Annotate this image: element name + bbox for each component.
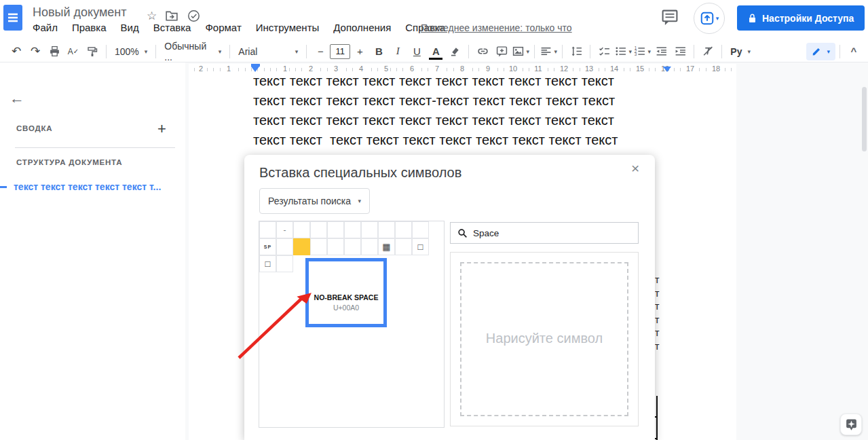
bulleted-list-icon (615, 45, 626, 57)
char-cell[interactable] (276, 255, 293, 272)
font-size-increase-button[interactable]: + (351, 43, 369, 60)
add-summary-button[interactable]: + (157, 120, 166, 138)
line-spacing-icon (571, 45, 582, 57)
redo-button[interactable]: ↷ (26, 43, 44, 60)
insert-image-button[interactable]: ▾ (512, 43, 529, 60)
menu-addons[interactable]: Дополнения (333, 22, 391, 33)
char-search-box[interactable] (450, 222, 639, 244)
menu-view[interactable]: Вид (121, 22, 139, 33)
chevron-down-icon: ▾ (295, 48, 299, 55)
spellcheck-button[interactable]: A✓ (64, 43, 82, 60)
char-cell-glyph[interactable]: □ (259, 255, 276, 272)
close-icon[interactable]: × (631, 160, 639, 177)
clear-formatting-icon (702, 45, 714, 57)
menu-edit[interactable]: Правка (72, 22, 107, 33)
char-cell[interactable] (327, 238, 344, 255)
highlighter-icon (450, 46, 460, 56)
outline-item[interactable]: текст текст текст текст текст т... (14, 181, 161, 192)
collapse-toolbar-button[interactable]: ^ (845, 43, 863, 60)
share-settings-button[interactable]: Настройки Доступа (737, 5, 865, 31)
char-cell[interactable] (361, 221, 378, 238)
char-cell[interactable] (395, 238, 412, 255)
star-icon[interactable]: ☆ (147, 9, 157, 23)
move-folder-icon[interactable] (166, 10, 178, 21)
italic-button[interactable]: I (389, 43, 407, 60)
char-cell[interactable] (310, 238, 327, 255)
char-cell[interactable] (293, 221, 310, 238)
char-cell-selected-nbsp[interactable] (293, 238, 310, 255)
docs-logo-icon[interactable] (3, 5, 22, 31)
print-button[interactable] (45, 43, 63, 60)
comments-icon[interactable] (661, 9, 679, 26)
draw-placeholder: Нарисуйте символ (451, 331, 638, 346)
save-status-cloud-icon[interactable] (187, 10, 200, 22)
char-cell[interactable] (395, 221, 412, 238)
input-tools-button[interactable]: Ру ▾ (726, 46, 755, 57)
char-cell[interactable] (378, 221, 395, 238)
paragraph-style-select[interactable]: Обычный ...▾ (160, 41, 225, 62)
paint-roller-icon (87, 46, 98, 57)
char-cell-space[interactable]: SP (259, 238, 276, 255)
char-cell[interactable] (344, 221, 361, 238)
font-select[interactable]: Arial▾ (234, 46, 302, 57)
search-input[interactable] (473, 228, 622, 238)
underline-button[interactable]: U (408, 43, 426, 60)
char-cell[interactable] (310, 221, 327, 238)
checklist-button[interactable] (595, 43, 613, 60)
chevron-down-icon: ▾ (747, 48, 751, 55)
editing-mode-button[interactable]: ▾ (806, 43, 835, 60)
char-cell[interactable] (412, 221, 429, 238)
close-outline-button[interactable]: ← (10, 90, 24, 107)
char-cell-glyph[interactable]: □ (412, 238, 429, 255)
upload-box-icon (700, 11, 715, 26)
menu-file[interactable]: Файл (33, 22, 58, 33)
draw-symbol-area[interactable]: Нарисуйте символ (450, 252, 639, 426)
document-text[interactable]: текст текст текст текст текст текст текс… (253, 71, 618, 150)
dialog-title: Вставка специальных символов (259, 165, 461, 181)
menu-tools[interactable]: Инструменты (256, 22, 320, 33)
highlight-color-button[interactable] (446, 43, 464, 60)
paint-format-button[interactable] (83, 43, 101, 60)
menu-format[interactable]: Формат (205, 22, 241, 33)
line-spacing-button[interactable] (567, 43, 585, 60)
share-settings-label: Настройки Доступа (762, 13, 854, 24)
char-cell[interactable] (344, 238, 361, 255)
right-indent-marker[interactable] (663, 67, 671, 72)
menu-bar: Файл Правка Вид Вставка Формат Инструмен… (33, 22, 445, 33)
font-size-decrease-button[interactable]: − (312, 43, 329, 60)
char-cell[interactable] (327, 221, 344, 238)
insert-link-button[interactable] (474, 43, 491, 60)
bold-button[interactable]: B (370, 43, 388, 60)
text-color-button[interactable]: A (427, 43, 445, 60)
document-title[interactable]: Новый документ (33, 5, 127, 20)
increase-indent-button[interactable] (671, 43, 689, 60)
menu-insert[interactable]: Вставка (153, 22, 191, 33)
category-select[interactable]: Результаты поиска ▾ (259, 188, 370, 214)
chevron-down-icon: ▾ (527, 48, 530, 55)
chevron-down-icon: ▾ (554, 48, 558, 55)
decrease-indent-button[interactable] (652, 43, 670, 60)
char-cell[interactable] (361, 238, 378, 255)
bulleted-list-button[interactable]: ▾ (614, 43, 632, 60)
align-button[interactable]: ▾ (540, 43, 557, 60)
doc-line: текст текст текст текст текст-текст текс… (253, 91, 618, 111)
last-edit-link[interactable]: Последнее изменение: только что (421, 22, 572, 33)
char-cell-hyphen[interactable]: ‐ (276, 221, 293, 238)
zoom-select[interactable]: 100%▾ (111, 46, 151, 57)
explore-button[interactable] (840, 414, 862, 435)
doc-line: текст текст текст текст текст текст текс… (253, 111, 618, 130)
share-shortcut-button[interactable]: ▾ (694, 3, 725, 34)
vertical-scrollbar[interactable] (862, 87, 867, 151)
clear-formatting-button[interactable] (699, 43, 717, 60)
font-size-input[interactable]: 11 (330, 44, 350, 59)
char-cell[interactable] (259, 221, 276, 238)
structure-label: СТРУКТУРА ДОКУМЕНТА (16, 158, 122, 166)
sidebar-divider (15, 147, 175, 148)
char-cell-glyph[interactable]: ▦ (378, 238, 395, 255)
numbered-list-button[interactable]: 1 2 3 ▾ (633, 43, 651, 60)
chevron-down-icon: ▾ (358, 198, 361, 204)
chevron-down-icon: ▾ (827, 48, 830, 55)
undo-button[interactable]: ↶ (7, 43, 25, 60)
char-cell[interactable] (276, 238, 293, 255)
add-comment-button[interactable] (493, 43, 510, 60)
